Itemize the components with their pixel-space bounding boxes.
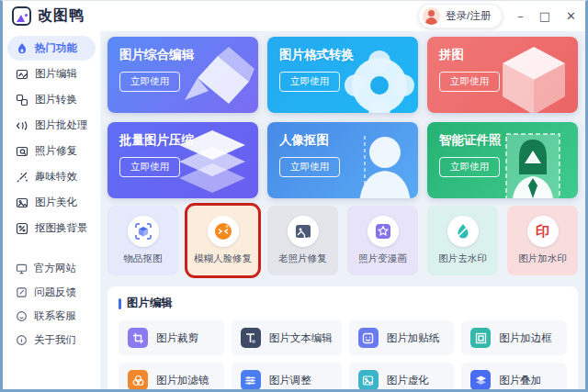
close-icon[interactable]: ✕: [566, 10, 576, 22]
image-edit-section: 图片编辑 图片裁剪 图片文本编辑 图片加贴纸: [107, 286, 578, 389]
login-button[interactable]: 登录/注册: [418, 4, 503, 28]
app-logo: 改图鸭: [12, 6, 85, 26]
edit-item-adjust[interactable]: 图片调整: [232, 363, 342, 389]
edit-item-label: 图片加贴纸: [387, 331, 440, 345]
quick-card-remove-watermark[interactable]: 图片去水印: [427, 206, 498, 275]
blurry-face-repair-icon: [208, 216, 239, 247]
hero-card-title: 图片综合编辑: [119, 47, 258, 63]
about-icon: [16, 334, 28, 346]
use-now-button[interactable]: 立即使用: [439, 157, 500, 177]
sidebar-item-label: 联系客服: [34, 309, 76, 323]
edit-item-label: 图片加边框: [499, 331, 552, 345]
section-header: 图片编辑: [119, 296, 567, 311]
blur-icon: [358, 370, 379, 389]
hero-card-grid: 图片综合编辑 立即使用 图片格式转换 立即使用: [107, 37, 578, 198]
hero-card-comprehensive-edit[interactable]: 图片综合编辑 立即使用: [107, 37, 258, 113]
remove-watermark-icon: [447, 216, 479, 247]
sidebar-item-label: 图片编辑: [35, 67, 77, 81]
quick-card-label: 照片变漫画: [358, 252, 407, 265]
filter-icon: [128, 370, 148, 389]
edit-item-text-edit[interactable]: 图片文本编辑: [232, 320, 342, 355]
edit-item-sticker[interactable]: 图片加贴纸: [349, 320, 455, 355]
use-now-button[interactable]: 立即使用: [279, 72, 340, 92]
sidebar-item-label: 图片批处理: [35, 118, 88, 132]
edit-item-label: 图片虚化: [387, 374, 429, 387]
quick-tool-grid: 物品抠图 模糊人脸修复 老照片修复: [107, 206, 578, 275]
login-label: 登录/注册: [446, 9, 491, 23]
window-controls: – □ ✕: [517, 10, 576, 22]
maximize-icon[interactable]: □: [539, 10, 550, 22]
magic-wand-icon: [16, 171, 28, 184]
edit-item-crop[interactable]: 图片裁剪: [119, 320, 224, 355]
main-content: 图片综合编辑 立即使用 图片格式转换 立即使用: [100, 31, 585, 389]
hero-card-collage[interactable]: 拼图 立即使用: [427, 37, 578, 113]
text-edit-icon: [241, 328, 261, 348]
sidebar-item-about-us[interactable]: 关于我们: [7, 329, 96, 352]
old-photo-repair-icon: [288, 216, 319, 247]
batch-process-icon: [16, 119, 28, 132]
object-cutout-icon: [128, 216, 159, 247]
use-now-button[interactable]: 立即使用: [119, 72, 180, 92]
crop-icon: [128, 328, 148, 348]
hero-card-title: 图片格式转换: [279, 47, 418, 63]
edit-item-label: 图片裁剪: [156, 331, 198, 345]
sidebar-item-label: 图片美化: [35, 196, 77, 209]
sidebar-item-cutout-background[interactable]: 抠图换背景: [7, 216, 96, 241]
sidebar-item-feedback[interactable]: 问题反馈: [7, 281, 96, 304]
edit-item-border-frame[interactable]: 图片加边框: [461, 320, 567, 355]
edit-item-label: 图片调整: [269, 374, 311, 387]
edit-item-overlay[interactable]: 图片叠加: [461, 363, 567, 389]
sidebar-item-label: 照片修复: [35, 144, 77, 158]
sidebar-item-fun-effects[interactable]: 趣味特效: [7, 164, 96, 189]
hero-card-format-convert[interactable]: 图片格式转换 立即使用: [267, 37, 418, 113]
sidebar-item-label: 图片转换: [35, 93, 77, 106]
sidebar-item-hot-features[interactable]: 热门功能: [7, 36, 96, 61]
website-icon: [16, 263, 28, 274]
hero-card-portrait-cutout[interactable]: 人像抠图 立即使用: [267, 122, 418, 198]
cutout-background-icon: [16, 222, 28, 235]
quick-card-object-cutout[interactable]: 物品抠图: [107, 206, 178, 275]
quick-card-label: 老照片修复: [278, 252, 327, 265]
edit-item-filter[interactable]: 图片加滤镜: [119, 363, 224, 389]
beautify-icon: [16, 196, 28, 209]
adjust-icon: [241, 370, 261, 389]
quick-card-add-watermark[interactable]: 印 图片加水印: [507, 206, 578, 275]
quick-card-old-photo-repair[interactable]: 老照片修复: [267, 206, 338, 275]
use-now-button[interactable]: 立即使用: [439, 72, 500, 92]
hero-card-batch-compress[interactable]: 批量图片压缩 立即使用: [107, 122, 258, 198]
title-bar: 改图鸭 登录/注册 – □ ✕: [3, 1, 585, 31]
sidebar: 热门功能 图片编辑 图片转换 图片批处理 照片修复 趣味特效: [3, 31, 100, 389]
hero-card-id-photo[interactable]: 智能证件照 立即使用: [427, 122, 578, 198]
quick-card-label: 模糊人脸修复: [194, 252, 252, 265]
section-accent-bar: [119, 298, 121, 309]
sidebar-item-label: 趣味特效: [35, 170, 77, 184]
section-title: 图片编辑: [127, 296, 173, 311]
sidebar-item-official-website[interactable]: 官方网站: [7, 257, 96, 280]
photo-repair-icon: [16, 145, 28, 158]
border-frame-icon: [470, 328, 491, 348]
edit-tool-grid: 图片裁剪 图片文本编辑 图片加贴纸 图片加边框: [119, 320, 567, 389]
photo-to-cartoon-icon: [368, 216, 399, 247]
watermark-stamp-glyph: 印: [536, 223, 549, 241]
use-now-button[interactable]: 立即使用: [279, 157, 340, 177]
quick-card-label: 图片加水印: [518, 252, 567, 265]
image-edit-icon: [16, 68, 28, 81]
sidebar-item-image-beautify[interactable]: 图片美化: [7, 190, 96, 215]
hero-card-title: 智能证件照: [439, 132, 578, 149]
sidebar-item-batch-process[interactable]: 图片批处理: [7, 113, 96, 138]
sidebar-item-contact-support[interactable]: 联系客服: [7, 305, 96, 328]
sidebar-item-image-edit[interactable]: 图片编辑: [7, 62, 96, 86]
mountain-glyph: [15, 11, 30, 24]
avatar: [423, 7, 440, 25]
sidebar-item-photo-repair[interactable]: 照片修复: [7, 139, 96, 163]
minimize-icon[interactable]: –: [517, 10, 524, 22]
edit-item-label: 图片加滤镜: [156, 374, 209, 387]
quick-card-blurry-face-repair[interactable]: 模糊人脸修复: [187, 206, 258, 275]
hero-card-title: 人像抠图: [279, 132, 418, 149]
convert-icon: [16, 94, 28, 106]
sidebar-item-image-convert[interactable]: 图片转换: [7, 87, 96, 112]
use-now-button[interactable]: 立即使用: [119, 157, 180, 177]
edit-item-blur[interactable]: 图片虚化: [349, 363, 455, 389]
hero-card-title: 拼图: [439, 47, 578, 63]
quick-card-photo-to-cartoon[interactable]: 照片变漫画: [347, 206, 418, 275]
